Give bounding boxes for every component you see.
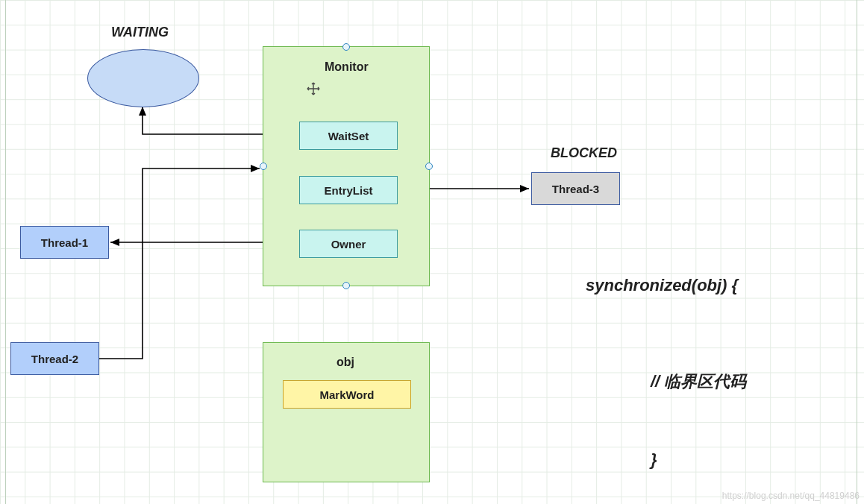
markword-label: MarkWord <box>319 388 374 401</box>
waitset-box[interactable]: WaitSet <box>299 122 398 150</box>
thread-2-box[interactable]: Thread-2 <box>10 342 99 375</box>
owner-box[interactable]: Owner <box>299 230 398 258</box>
thread-1-box[interactable]: Thread-1 <box>20 226 109 259</box>
monitor-panel[interactable]: Monitor WaitSet EntryList Owner <box>263 46 430 286</box>
owner-label: Owner <box>331 238 366 251</box>
move-cursor-icon <box>307 82 320 95</box>
diagram-canvas: WAITING Monitor WaitSet EntryList Owner … <box>0 0 864 504</box>
code-line-1: synchronized(obj) { <box>586 276 738 295</box>
selection-handle-s[interactable] <box>342 282 350 289</box>
watermark-text: https://blog.csdn.net/qq_44819486 <box>722 491 860 501</box>
entrylist-label: EntryList <box>324 184 372 197</box>
obj-panel[interactable]: obj MarkWord <box>263 342 430 482</box>
selection-handle-w[interactable] <box>260 163 267 170</box>
selection-handle-n[interactable] <box>342 43 350 51</box>
code-line-2: // 临界区代码 <box>651 371 746 393</box>
code-line-3: } <box>651 450 657 470</box>
thread-2-label: Thread-2 <box>31 353 78 365</box>
thread-3-label: Thread-3 <box>552 183 599 195</box>
thread-3-box[interactable]: Thread-3 <box>531 172 620 205</box>
monitor-title: Monitor <box>325 60 369 74</box>
waitset-label: WaitSet <box>328 130 369 142</box>
selection-handle-e[interactable] <box>425 163 433 170</box>
blocked-label: BLOCKED <box>551 145 617 161</box>
entrylist-box[interactable]: EntryList <box>299 176 398 204</box>
thread-1-label: Thread-1 <box>41 236 88 249</box>
markword-box[interactable]: MarkWord <box>283 380 411 409</box>
waiting-ellipse[interactable] <box>87 49 199 107</box>
waiting-label: WAITING <box>111 25 169 40</box>
obj-title: obj <box>336 356 354 369</box>
